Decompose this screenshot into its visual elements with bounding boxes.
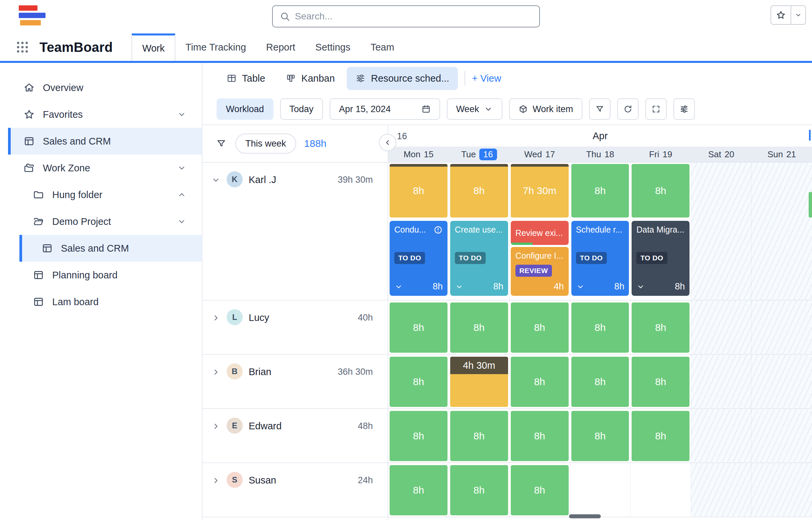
chevron-down-icon[interactable]	[394, 282, 403, 291]
row-expand-toggle[interactable]	[211, 476, 221, 485]
chevron-down-icon[interactable]	[177, 163, 186, 173]
workload-toggle[interactable]: Workload	[217, 98, 274, 120]
task-card-configure-i[interactable]: Configure I...REVIEW4h	[511, 247, 569, 296]
add-view-button[interactable]: + View	[472, 73, 501, 84]
column-divider	[570, 163, 570, 300]
allocation-block[interactable]: 8h	[511, 465, 569, 515]
row-expand-toggle[interactable]	[211, 422, 221, 431]
day-header-thu-18[interactable]: Thu18	[570, 147, 631, 162]
allocation-block[interactable]: 4h 30m	[450, 357, 508, 407]
allocation-block[interactable]: 8h	[389, 411, 448, 461]
row-expand-toggle[interactable]	[211, 367, 221, 377]
refresh-button[interactable]	[617, 98, 639, 120]
chevron-up-icon[interactable]	[177, 190, 186, 200]
favorite-dropdown-button[interactable]	[791, 6, 805, 24]
allocation-block[interactable]: 8h	[389, 303, 448, 353]
day-name: Fri	[649, 149, 659, 160]
nav-tab-settings[interactable]: Settings	[305, 33, 360, 61]
allocation-block[interactable]: 7h 30m	[511, 164, 569, 217]
allocation-block[interactable]: 8h	[389, 465, 448, 515]
task-title-row: Schedule r...	[576, 225, 625, 235]
allocation-block[interactable]: 8h	[511, 303, 569, 353]
view-tab-label: Table	[242, 73, 265, 84]
people-filter-button[interactable]	[214, 136, 229, 151]
favorite-star-button[interactable]	[771, 6, 791, 24]
sidebar-item-sales-and-crm[interactable]: Sales and CRM	[8, 128, 202, 155]
day-number: 21	[786, 149, 796, 160]
app-switcher-button[interactable]	[14, 39, 31, 56]
row-expand-toggle[interactable]	[211, 175, 221, 185]
allocation-block[interactable]: 8h	[450, 465, 508, 515]
allocation-block[interactable]: 8h	[572, 303, 629, 353]
sidebar-item-work-zone[interactable]: Work Zone	[0, 155, 202, 181]
sidebar-item-overview[interactable]: Overview	[0, 74, 202, 101]
allocation-block[interactable]: 8h	[572, 357, 629, 407]
range-select[interactable]: Week	[447, 98, 503, 120]
day-header-tue-16[interactable]: Tue16	[449, 147, 509, 162]
allocation-block[interactable]: 8h	[511, 357, 569, 407]
search-input[interactable]	[295, 11, 533, 22]
allocation-block[interactable]: 8h	[511, 411, 569, 461]
sidebar-item-sales-and-crm[interactable]: Sales and CRM	[19, 235, 202, 262]
sidebar-item-lam-board[interactable]: Lam board	[0, 288, 202, 315]
allocation-block[interactable]: 8h	[632, 164, 689, 217]
allocation-block[interactable]: 8h	[572, 164, 629, 217]
task-card-create-use[interactable]: Create use...TO DO8h	[450, 221, 508, 296]
sidebar-item-hung-folder[interactable]: Hung folder	[0, 181, 202, 208]
task-card-condu[interactable]: Condu...TO DO8h	[389, 221, 448, 296]
allocation-block[interactable]: 8h	[389, 164, 448, 217]
date-picker[interactable]: Apr 15, 2024	[330, 98, 440, 120]
week-filter-pill[interactable]: This week	[235, 133, 296, 154]
day-header-wed-17[interactable]: Wed17	[509, 147, 570, 162]
task-status-badge: TO DO	[394, 252, 425, 264]
day-header-mon-15[interactable]: Mon15	[388, 147, 449, 162]
allocation-block[interactable]: 8h	[632, 411, 689, 461]
task-hours: 4h	[554, 281, 564, 292]
row-expand-toggle[interactable]	[211, 313, 221, 322]
today-button[interactable]: Today	[280, 98, 323, 120]
allocation-block[interactable]: 8h	[389, 357, 448, 407]
day-header-sat-20[interactable]: Sat20	[691, 147, 752, 162]
day-header-sun-21[interactable]: Sun21	[752, 147, 812, 162]
board-icon	[42, 242, 53, 254]
global-search[interactable]	[272, 5, 540, 27]
allocation-block[interactable]: 8h	[632, 303, 689, 353]
allocation-block[interactable]: 8h	[632, 357, 689, 407]
task-card-review-exi[interactable]: Review exi...	[511, 221, 569, 245]
allocation-overlay[interactable]: 4h 30m	[450, 357, 508, 374]
task-card-footer: 8h	[455, 281, 503, 292]
nav-tab-work[interactable]: Work	[131, 33, 175, 61]
chevron-down-icon	[794, 11, 802, 19]
allocation-block[interactable]: 8h	[450, 411, 508, 461]
app-logo[interactable]	[19, 5, 47, 27]
task-card-schedule-r[interactable]: Schedule r...TO DO8h	[572, 221, 629, 296]
view-tab-kanban[interactable]: Kanban	[277, 67, 344, 90]
nav-tab-time-tracking[interactable]: Time Tracking	[175, 33, 256, 61]
chevron-down-icon[interactable]	[177, 110, 186, 119]
chevron-down-icon[interactable]	[576, 282, 585, 291]
sidebar-item-favorites[interactable]: Favorites	[0, 101, 202, 128]
display-settings-button[interactable]	[674, 98, 695, 120]
task-card-data-migra[interactable]: Data Migra...TO DO8h	[632, 221, 689, 296]
chevron-down-icon[interactable]	[636, 282, 645, 291]
view-tab-table[interactable]: Table	[218, 67, 274, 90]
nav-tab-team[interactable]: Team	[360, 33, 404, 61]
day-header-fri-19[interactable]: Fri19	[630, 147, 691, 162]
horizontal-scrollbar-thumb[interactable]	[569, 514, 601, 518]
collapse-panel-button[interactable]	[379, 134, 396, 151]
chevron-down-icon[interactable]	[177, 217, 186, 226]
sidebar-item-planning-board[interactable]: Planning board	[0, 262, 202, 288]
allocation-block[interactable]: 8h	[450, 303, 508, 353]
allocation-block[interactable]: 8h	[572, 411, 629, 461]
spacer	[394, 264, 443, 281]
allocation-block[interactable]: 8h	[450, 164, 508, 217]
view-tab-resource-sched[interactable]: Resource sched...	[347, 67, 458, 90]
fullscreen-button[interactable]	[645, 98, 667, 120]
person-name: Brian	[249, 366, 272, 378]
chevron-down-icon[interactable]	[455, 282, 463, 291]
filter-button[interactable]	[589, 98, 610, 120]
sidebar-item-demo-project[interactable]: Demo Project	[0, 208, 202, 235]
resource-scheduler: This week 188h KKarl .J39h 30mLLucy40hBB…	[203, 125, 812, 520]
nav-tab-report[interactable]: Report	[256, 33, 305, 61]
work-item-button[interactable]: Work item	[509, 98, 582, 120]
